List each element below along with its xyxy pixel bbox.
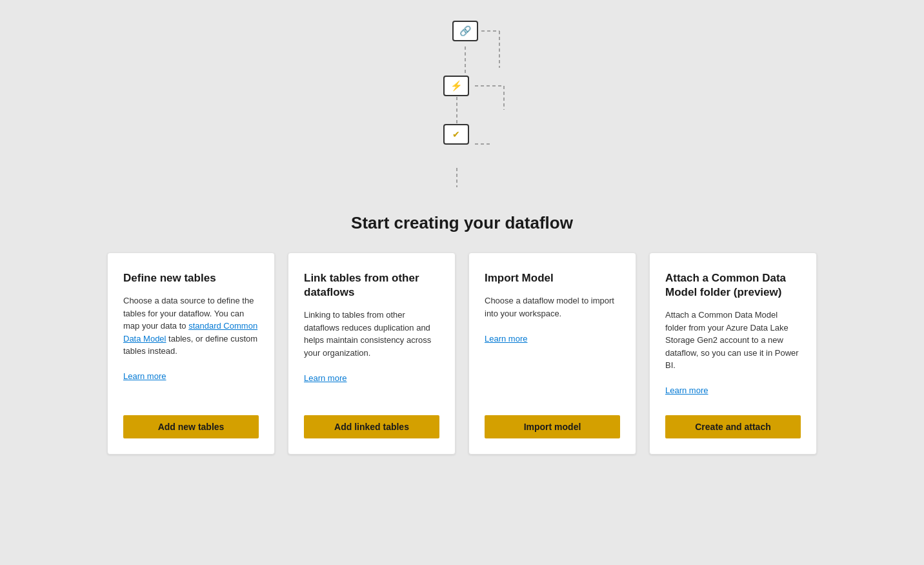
card-action-link: Add linked tables <box>304 415 439 438</box>
card-body-import: Choose a dataflow model to import into y… <box>485 294 620 397</box>
dataflow-diagram: 🔗 ⚡ ✔ <box>397 19 527 200</box>
card-action-attach: Create and attach <box>665 415 801 438</box>
standard-cdm-link[interactable]: standard Common Data Model <box>123 321 257 344</box>
card-action-import: Import model <box>485 415 620 438</box>
page-title: Start creating your dataflow <box>351 213 573 233</box>
svg-text:✔: ✔ <box>452 129 460 139</box>
card-body-attach: Attach a Common Data Model folder from y… <box>665 309 801 397</box>
card-title-attach: Attach a Common Data Model folder (previ… <box>665 271 801 300</box>
create-and-attach-button[interactable]: Create and attach <box>665 415 801 438</box>
diagram-area: 🔗 ⚡ ✔ <box>397 19 527 200</box>
learn-more-link-link[interactable]: Learn more <box>304 373 346 383</box>
add-new-tables-button[interactable]: Add new tables <box>123 415 259 438</box>
card-define-new-tables: Define new tables Choose a data source t… <box>107 252 275 455</box>
page-container: 🔗 ⚡ ✔ Start creating your dataflow Defin… <box>0 13 924 565</box>
add-linked-tables-button[interactable]: Add linked tables <box>304 415 439 438</box>
card-link-tables: Link tables from other dataflows Linking… <box>288 252 456 455</box>
learn-more-link-import[interactable]: Learn more <box>485 334 527 344</box>
cards-container: Define new tables Choose a data source t… <box>75 252 849 455</box>
card-action-define: Add new tables <box>123 415 259 438</box>
card-attach-cdm: Attach a Common Data Model folder (previ… <box>649 252 817 455</box>
card-title-import: Import Model <box>485 271 620 285</box>
card-body-define: Choose a data source to define the table… <box>123 294 259 397</box>
svg-text:🔗: 🔗 <box>459 25 472 37</box>
learn-more-link-attach[interactable]: Learn more <box>665 385 708 395</box>
svg-text:⚡: ⚡ <box>450 80 463 92</box>
learn-more-link-define[interactable]: Learn more <box>123 371 166 381</box>
card-title-define: Define new tables <box>123 271 259 285</box>
card-import-model: Import Model Choose a dataflow model to … <box>468 252 636 455</box>
card-title-link: Link tables from other dataflows <box>304 271 439 300</box>
card-body-link: Linking to tables from other dataflows r… <box>304 309 439 397</box>
import-model-button[interactable]: Import model <box>485 415 620 438</box>
